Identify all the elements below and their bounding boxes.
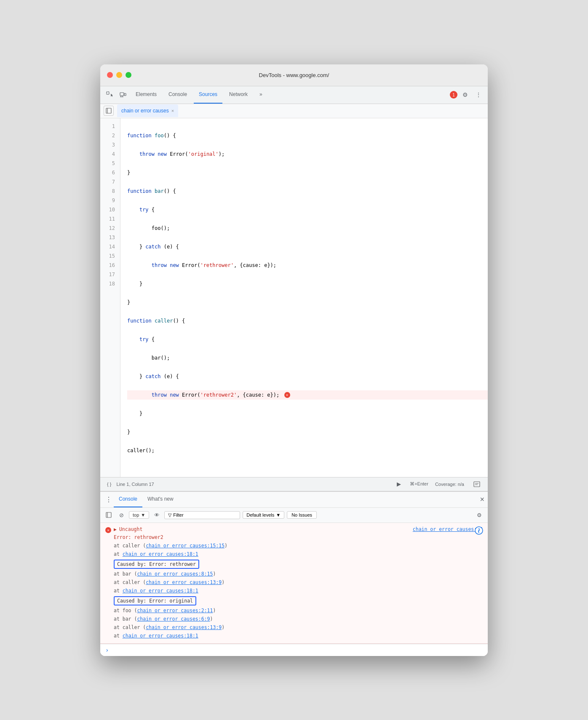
code-text: function foo() { throw new Error('origin… (120, 118, 488, 477)
svg-rect-11 (106, 512, 111, 517)
stack-line-1: at caller (chain or error causes:15:15) (114, 541, 483, 550)
tab-whats-new[interactable]: What's new (142, 491, 179, 507)
eye-icon[interactable]: 👁 (152, 510, 162, 520)
expand-arrow-icon[interactable]: ▶ (114, 526, 117, 532)
prompt-arrow-icon: › (105, 647, 109, 653)
stack-link-2[interactable]: chain or error causes:18:1 (123, 551, 198, 557)
tab-network[interactable]: Network (224, 86, 253, 104)
svg-rect-0 (107, 92, 109, 94)
minimize-button[interactable] (116, 72, 122, 78)
code-scroll-area[interactable]: 1 2 3 4 5 6 7 8 9 10 11 12 13 14 15 16 1… (100, 118, 488, 477)
stack-line-2: at chain or error causes:18:1 (114, 550, 483, 558)
cb2-link-4[interactable]: chain or error causes:18:1 (123, 633, 198, 639)
tab-elements[interactable]: Elements (131, 86, 162, 104)
format-button[interactable]: { } (105, 478, 113, 490)
settings-icon[interactable]: ⚙ (459, 89, 471, 101)
dropdown-arrow-icon: ▼ (141, 512, 145, 517)
tab-sources[interactable]: Sources (194, 86, 222, 104)
svg-rect-1 (120, 93, 124, 96)
device-toolbar-icon[interactable] (117, 89, 129, 101)
levels-dropdown-arrow-icon: ▼ (276, 512, 281, 517)
inspect-element-icon[interactable] (104, 89, 115, 101)
status-bar: { } Line 1, Column 17 ▶ ⌘+Enter Coverage… (100, 477, 488, 491)
titlebar: DevTools - www.google.com/ (100, 64, 488, 86)
filter-input-area[interactable]: ▽ Filter (164, 511, 240, 519)
file-tabbar: chain or error causes × (100, 104, 488, 118)
tab-more[interactable]: » (254, 86, 267, 104)
cb1-link-2[interactable]: chain or error causes:13:9 (146, 579, 222, 585)
error-header-row: ✕ ▶ Uncaught chain or error causes:15 (105, 526, 483, 533)
console-toolbar: ⊘ top ▼ 👁 ▽ Filter Default levels ▼ No I… (100, 508, 488, 523)
console-prompt[interactable]: › (100, 644, 488, 656)
error-detail-block: Error: rethrower2 at caller (chain or er… (105, 533, 483, 558)
error-badge: 1 (450, 91, 457, 99)
no-issues-button[interactable]: No Issues (287, 511, 317, 519)
filter-icon: ▽ (168, 512, 171, 518)
coverage-label: Coverage: n/a (435, 482, 464, 487)
console-settings-icon[interactable]: ⚙ (474, 510, 484, 520)
error-source-link[interactable]: chain or error causes:15 (413, 526, 483, 532)
caused-by-1-stack: at bar (chain or error causes:8:15) at c… (105, 570, 483, 595)
sidebar-toggle-button[interactable] (104, 106, 114, 116)
svg-rect-8 (474, 482, 480, 487)
stack-link-1[interactable]: chain or error causes:15:15 (146, 543, 225, 549)
levels-dropdown[interactable]: Default levels ▼ (243, 511, 284, 519)
caused-by-2-label: Caused by: Error: original (114, 596, 196, 605)
window-title: DevTools - www.google.com/ (259, 72, 329, 78)
svg-rect-2 (124, 93, 126, 96)
clear-console-icon[interactable]: ⊘ (116, 510, 126, 520)
maximize-button[interactable] (126, 72, 131, 78)
tab-console[interactable]: Console (163, 86, 192, 104)
devtools-window: DevTools - www.google.com/ Elements Cons… (100, 64, 488, 656)
uncaught-label: Uncaught (119, 526, 142, 532)
tab-console-main[interactable]: Console (114, 491, 142, 507)
console-header: ⋮ Console What's new × (100, 492, 488, 508)
console-menu-icon[interactable]: ⋮ (104, 494, 114, 504)
ai-assist-button[interactable] (473, 526, 484, 537)
console-output[interactable]: ✕ ▶ Uncaught chain or error causes:15 Er… (100, 523, 488, 656)
code-editor: 1 2 3 4 5 6 7 8 9 10 11 12 13 14 15 16 1… (100, 118, 488, 477)
svg-point-14 (478, 530, 480, 531)
more-options-icon[interactable]: ⋮ (473, 89, 484, 101)
cb2-link-2[interactable]: chain or error causes:6:9 (137, 616, 210, 622)
devtools-navbar: Elements Console Sources Network » 1 ⚙ ⋮ (100, 86, 488, 104)
file-tab-chain-error[interactable]: chain or error causes × (117, 104, 178, 117)
sidebar-toggle-console-icon[interactable] (104, 510, 114, 520)
svg-rect-6 (106, 108, 111, 113)
cb2-link-1[interactable]: chain or error causes:2:11 (137, 608, 213, 613)
file-tab-name: chain or error causes (121, 108, 169, 114)
keyboard-shortcut: ⌘+Enter (410, 481, 428, 487)
window-controls (107, 72, 131, 78)
console-close-button[interactable]: × (480, 495, 484, 504)
coverage-icon[interactable] (471, 478, 483, 490)
line-numbers: 1 2 3 4 5 6 7 8 9 10 11 12 13 14 15 16 1… (100, 118, 120, 477)
run-button[interactable]: ▶ (395, 480, 403, 488)
cb1-link-3[interactable]: chain or error causes:18:1 (123, 588, 198, 594)
cb1-link-1[interactable]: chain or error causes:8:15 (137, 571, 213, 577)
context-selector[interactable]: top ▼ (129, 511, 149, 519)
cb2-link-3[interactable]: chain or error causes:13:9 (146, 624, 222, 630)
nav-right-controls: 1 ⚙ ⋮ (450, 89, 484, 101)
error-name: Error: rethrower2 (114, 533, 483, 541)
error-block: ✕ ▶ Uncaught chain or error causes:15 Er… (100, 523, 488, 644)
error-circle-icon: ✕ (105, 527, 111, 533)
caused-by-1-label: Caused by: Error: rethrower (114, 560, 199, 569)
cursor-position: Line 1, Column 17 (116, 482, 154, 487)
console-panel: ⋮ Console What's new × ⊘ top ▼ 👁 (100, 491, 488, 656)
close-button[interactable] (107, 72, 113, 78)
caused-by-2-stack: at foo (chain or error causes:2:11) at b… (105, 606, 483, 640)
file-tab-close[interactable]: × (171, 108, 174, 113)
